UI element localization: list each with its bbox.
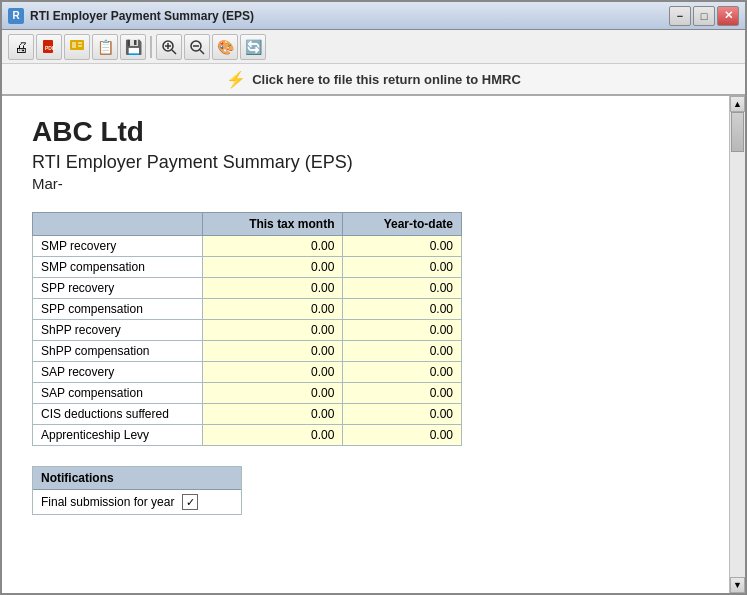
table-row: ShPP recovery0.000.00 — [33, 320, 462, 341]
minimize-button[interactable]: − — [669, 6, 691, 26]
row-this-month: 0.00 — [203, 278, 343, 299]
row-ytd: 0.00 — [343, 236, 462, 257]
table-row: SAP recovery0.000.00 — [33, 362, 462, 383]
col-this-month-header: This tax month — [203, 213, 343, 236]
export-button[interactable] — [64, 34, 90, 60]
title-bar: R RTI Employer Payment Summary (EPS) − □… — [2, 2, 745, 30]
close-button[interactable]: ✕ — [717, 6, 739, 26]
row-this-month: 0.00 — [203, 320, 343, 341]
window-controls: − □ ✕ — [669, 6, 739, 26]
row-this-month: 0.00 — [203, 404, 343, 425]
hmrc-banner[interactable]: ⚡ Click here to file this return online … — [2, 64, 745, 96]
report-period: Mar- — [32, 175, 699, 192]
toolbar-separator — [150, 36, 152, 58]
table-row: SMP recovery0.000.00 — [33, 236, 462, 257]
row-ytd: 0.00 — [343, 404, 462, 425]
row-ytd: 0.00 — [343, 257, 462, 278]
row-this-month: 0.00 — [203, 236, 343, 257]
row-label: CIS deductions suffered — [33, 404, 203, 425]
row-label: SAP compensation — [33, 383, 203, 404]
svg-rect-5 — [78, 45, 82, 47]
svg-line-7 — [172, 50, 176, 54]
report-title: RTI Employer Payment Summary (EPS) — [32, 152, 699, 173]
row-this-month: 0.00 — [203, 257, 343, 278]
scroll-up-arrow[interactable]: ▲ — [730, 96, 745, 112]
row-this-month: 0.00 — [203, 425, 343, 446]
row-label: SPP recovery — [33, 278, 203, 299]
copy-button[interactable]: 📋 — [92, 34, 118, 60]
eps-table: This tax month Year-to-date SMP recovery… — [32, 212, 462, 446]
color-button[interactable]: 🎨 — [212, 34, 238, 60]
row-ytd: 0.00 — [343, 278, 462, 299]
row-label: SPP compensation — [33, 299, 203, 320]
scroll-down-arrow[interactable]: ▼ — [730, 577, 745, 593]
row-label: SAP recovery — [33, 362, 203, 383]
svg-rect-3 — [72, 42, 76, 48]
row-this-month: 0.00 — [203, 362, 343, 383]
table-row: SMP compensation0.000.00 — [33, 257, 462, 278]
row-ytd: 0.00 — [343, 383, 462, 404]
company-name: ABC Ltd — [32, 116, 699, 148]
row-this-month: 0.00 — [203, 341, 343, 362]
refresh-button[interactable]: 🔄 — [240, 34, 266, 60]
final-submission-row: Final submission for year ✓ — [33, 490, 241, 514]
col-ytd-header: Year-to-date — [343, 213, 462, 236]
table-row: SPP compensation0.000.00 — [33, 299, 462, 320]
save-button[interactable]: 💾 — [120, 34, 146, 60]
zoom-in-button[interactable] — [156, 34, 182, 60]
maximize-button[interactable]: □ — [693, 6, 715, 26]
col-label-header — [33, 213, 203, 236]
document-content: ABC Ltd RTI Employer Payment Summary (EP… — [2, 96, 729, 593]
window-title: RTI Employer Payment Summary (EPS) — [30, 9, 669, 23]
notifications-header: Notifications — [33, 467, 241, 490]
svg-line-11 — [200, 50, 204, 54]
table-row: CIS deductions suffered0.000.00 — [33, 404, 462, 425]
row-label: ShPP compensation — [33, 341, 203, 362]
table-row: ShPP compensation0.000.00 — [33, 341, 462, 362]
table-row: SPP recovery0.000.00 — [33, 278, 462, 299]
row-this-month: 0.00 — [203, 383, 343, 404]
row-label: SMP compensation — [33, 257, 203, 278]
scroll-track[interactable] — [730, 112, 745, 577]
zoom-out-button[interactable] — [184, 34, 210, 60]
row-this-month: 0.00 — [203, 299, 343, 320]
final-submission-checkbox[interactable]: ✓ — [182, 494, 198, 510]
notifications-box: Notifications Final submission for year … — [32, 466, 242, 515]
banner-text: Click here to file this return online to… — [252, 72, 521, 87]
svg-rect-4 — [78, 42, 82, 44]
main-window: R RTI Employer Payment Summary (EPS) − □… — [0, 0, 747, 595]
scroll-thumb[interactable] — [731, 112, 744, 152]
row-ytd: 0.00 — [343, 362, 462, 383]
table-row: Apprenticeship Levy0.000.00 — [33, 425, 462, 446]
row-ytd: 0.00 — [343, 320, 462, 341]
row-label: Apprenticeship Levy — [33, 425, 203, 446]
row-label: ShPP recovery — [33, 320, 203, 341]
row-ytd: 0.00 — [343, 341, 462, 362]
app-icon: R — [8, 8, 24, 24]
row-label: SMP recovery — [33, 236, 203, 257]
toolbar: 🖨 PDF 📋 💾 🎨 🔄 — [2, 30, 745, 64]
table-row: SAP compensation0.000.00 — [33, 383, 462, 404]
scrollbar[interactable]: ▲ ▼ — [729, 96, 745, 593]
pdf-button[interactable]: PDF — [36, 34, 62, 60]
lightning-icon: ⚡ — [226, 70, 246, 89]
print-button[interactable]: 🖨 — [8, 34, 34, 60]
content-area: ABC Ltd RTI Employer Payment Summary (EP… — [2, 96, 745, 593]
svg-text:PDF: PDF — [45, 45, 55, 51]
final-submission-label: Final submission for year — [41, 495, 174, 509]
row-ytd: 0.00 — [343, 299, 462, 320]
row-ytd: 0.00 — [343, 425, 462, 446]
